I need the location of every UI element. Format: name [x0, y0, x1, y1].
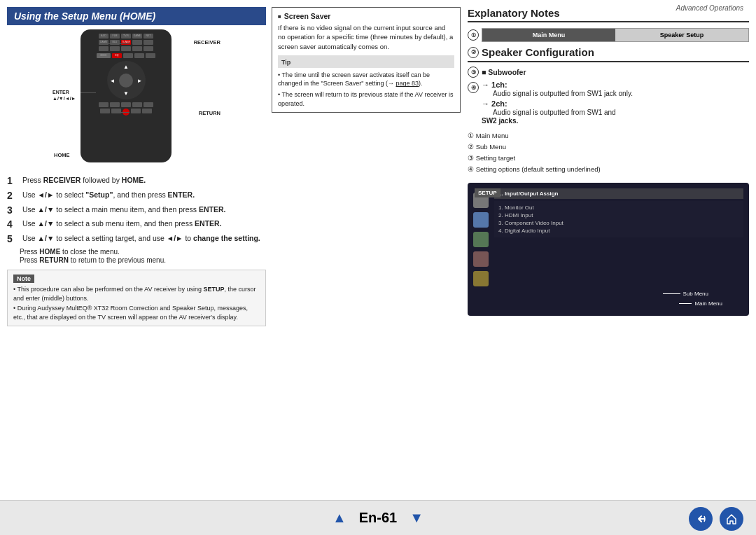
step-5: 5 Use ▲/▼ to select a setting target, an… — [7, 233, 266, 245]
tip-label: Tip — [281, 59, 290, 66]
tv-menu-item-4: 4. Digital Audio Input — [498, 227, 739, 235]
steps-section: 1 Press RECEIVER followed by HOME. 2 Use… — [7, 175, 266, 264]
speaker-config-row: ② Speaker Configuration — [468, 46, 749, 62]
step-1: 1 Press RECEIVER followed by HOME. — [7, 175, 266, 187]
step-3: 3 Use ▲/▼ to select a main menu item, an… — [7, 204, 266, 216]
step5-extra1: Press HOME to close the menu. — [20, 248, 266, 256]
tv-menu-item-3: 3. Component Video Input — [498, 219, 739, 227]
circle-4: ④ — [468, 82, 479, 93]
explanatory-notes-title: Explanatory Notes — [468, 7, 749, 22]
home-label: HOME — [54, 152, 70, 158]
enter-label: ENTER▲/▼/◄/► — [52, 89, 76, 102]
note-item-1: • This procedure can also be performed o… — [13, 285, 260, 303]
screen-saver-body: If there is no video signal on the curre… — [278, 23, 454, 51]
menu-bar: Main Menu Speaker Setup — [482, 28, 749, 42]
bottom-right-icons — [689, 507, 743, 531]
subwoofer-label: ■ Subwoofer — [482, 68, 526, 76]
legend-2: ② Sub Menu — [468, 141, 749, 153]
screen-saver-title: Screen Saver — [278, 12, 454, 20]
step5-extra2: Press RETURN to return to the previous m… — [20, 256, 266, 264]
nav-down-arrow[interactable]: ▼ — [410, 510, 424, 526]
tv-mainmenu-label: Main Menu — [679, 300, 722, 307]
circle-3: ③ — [468, 67, 479, 78]
options-content: → 1ch: Audio signal is outputted from SW… — [482, 81, 749, 125]
option-2ch: → 2ch: Audio signal is outputted from SW… — [482, 99, 749, 125]
right-panel: Explanatory Notes ① Main Menu Speaker Se… — [468, 7, 749, 496]
remote-diagram: AUD FLM TV/S GAME NET GAME BLU TUNER — [7, 29, 266, 169]
note-title: Note — [13, 275, 34, 283]
middle-panel: Screen Saver If there is no video signal… — [272, 7, 461, 496]
options-row: ④ → 1ch: Audio signal is outputted from … — [468, 81, 749, 125]
screen-saver-box: Screen Saver If there is no video signal… — [272, 7, 461, 113]
tip-content: • The time until the screen saver activa… — [278, 71, 454, 108]
menu-bar-main: Main Menu — [482, 29, 615, 41]
circle-2: ② — [468, 47, 479, 58]
left-panel: Using the Setup Menu (HOME) AUD FLM TV/S… — [7, 7, 266, 496]
menu-bar-row: ① Main Menu Speaker Setup — [468, 28, 749, 42]
option-2ch-text: Audio signal is outputted from SW1 andSW… — [482, 109, 616, 125]
note-box: Note • This procedure can also be perfor… — [7, 270, 266, 326]
subwoofer-row: ③ ■ Subwoofer — [468, 67, 749, 78]
nav-up-arrow[interactable]: ▲ — [332, 510, 346, 526]
tv-menu-item-2: 2. HDMI Input — [498, 211, 739, 219]
home-button[interactable] — [720, 507, 743, 531]
legend-3: ③ Setting target — [468, 153, 749, 164]
note-item-2: • During Audyssey MultEQ® XT32 Room Corr… — [13, 304, 260, 321]
option-1ch-text: Audio signal is outputted from SW1 jack … — [493, 90, 633, 97]
tip-item-2: • The screen will return to its previous… — [278, 90, 454, 108]
legend-section: ① Main Menu ② Sub Menu ③ Setting target … — [468, 130, 749, 176]
tv-mockup: 1. Input/Output Assign 1. Monitor Out 2.… — [468, 183, 749, 316]
tv-menu-item-1: 1. Monitor Out — [498, 204, 739, 211]
legend-1: ① Main Menu — [468, 130, 749, 141]
step-4: 4 Use ▲/▼ to select a sub menu item, and… — [7, 218, 266, 230]
section-title: Using the Setup Menu (HOME) — [7, 7, 266, 25]
bottom-nav: ▲ En-61 ▼ — [332, 510, 424, 526]
circle-1: ① — [468, 29, 479, 41]
tv-menu-header: 1. Input/Output Assign — [494, 188, 743, 199]
menu-bar-speaker: Speaker Setup — [615, 29, 748, 41]
tv-submenu-label: Sub Menu — [663, 291, 708, 297]
tip-item-1: • The time until the screen saver activa… — [278, 71, 454, 88]
tv-setup-label: SETUP — [475, 188, 500, 197]
return-label: RETURN — [199, 110, 220, 116]
back-button[interactable] — [689, 507, 713, 531]
tip-box: Tip — [278, 55, 454, 68]
bottom-bar: ▲ En-61 ▼ — [0, 500, 756, 535]
page-label: En-61 — [359, 510, 397, 526]
option-1ch: → 1ch: Audio signal is outputted from SW… — [482, 81, 749, 97]
step-2: 2 Use ◄/► to select "Setup", and then pr… — [7, 190, 266, 202]
speaker-config-title: Speaker Configuration — [482, 46, 594, 58]
legend-4: ④ Setting options (default setting under… — [468, 164, 749, 175]
receiver-label: RECEIVER — [194, 39, 220, 46]
